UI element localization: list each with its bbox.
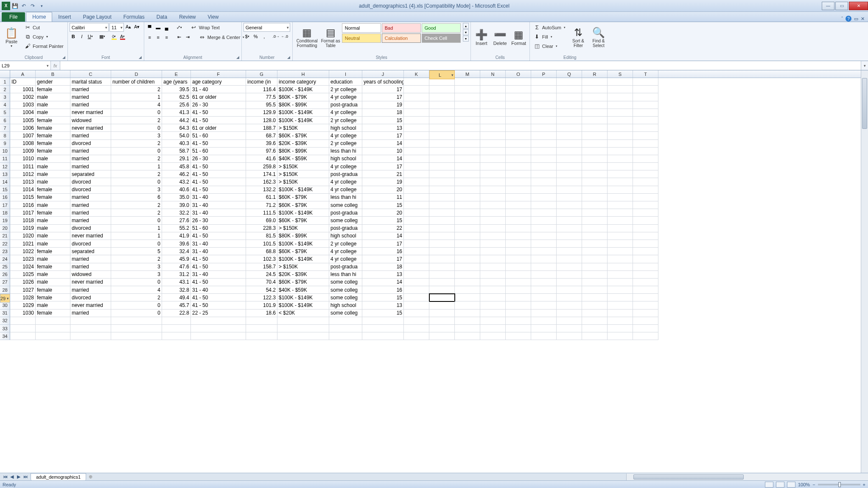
delete-cells-button[interactable]: ➖Delete [491,23,509,51]
style-normal[interactable]: Normal [342,23,381,33]
title-bar: X 💾 ↶ ↷ ▾ adult_demographics1 (4).xls [C… [0,0,868,12]
close-button[interactable]: ✕ [849,2,868,10]
align-middle-button[interactable]: ▬ [154,24,162,31]
merge-icon: ⇔ [199,34,206,40]
group-cells: ➕Insert ➖Delete ▦Format Cells [471,22,530,61]
paste-icon: 📋 [5,28,18,38]
font-launcher[interactable]: ◢ [138,55,143,60]
border-button[interactable]: ▦▾ [98,33,106,40]
align-top-button[interactable]: ▀ [146,24,154,31]
table-icon: ▤ [326,28,336,38]
alignment-launcher[interactable]: ◢ [235,55,241,60]
number-label: Number [244,54,291,61]
underline-button[interactable]: U▾ [87,33,94,40]
conditional-formatting-button[interactable]: ▦Conditional Formatting [294,23,320,51]
paste-button[interactable]: 📋 Paste ▾ [2,23,21,51]
decrease-font-button[interactable]: A▾ [133,23,141,31]
comma-button[interactable]: , [260,33,268,40]
save-button[interactable]: 💾 [11,2,19,10]
excel-icon: X [2,2,10,10]
bold-button[interactable]: B [70,33,77,40]
clipboard-launcher[interactable]: ◢ [62,55,67,60]
style-check-cell[interactable]: Check Cell [422,33,461,43]
formula-expand[interactable]: ▾ [861,61,868,70]
cut-button[interactable]: ✂Cut [22,23,66,32]
ribbon: 📋 Paste ▾ ✂Cut ⧉Copy▾ 🖌Format Painter Cl… [0,22,868,61]
align-bottom-button[interactable]: ▄ [163,24,171,31]
tab-insert[interactable]: Insert [52,12,77,22]
orientation-button[interactable]: ⤢▾ [176,24,183,31]
minimize-ribbon-icon[interactable]: ˆ [841,16,843,21]
minimize-button[interactable]: — [822,2,834,10]
fill-icon: ⬇ [534,33,540,40]
font-name-select[interactable]: Calibri [70,23,109,32]
font-color-button[interactable]: A▾ [119,33,126,40]
wrap-text-button[interactable]: ↩Wrap Text [188,23,222,32]
eraser-icon: ◫ [534,43,540,49]
format-as-table-button[interactable]: ▤Format as Table [321,23,341,51]
font-size-select[interactable]: 11 [109,23,124,32]
qat-customize[interactable]: ▾ [37,2,46,10]
redo-button[interactable]: ↷ [28,2,37,10]
group-clipboard: 📋 Paste ▾ ✂Cut ⧉Copy▾ 🖌Format Painter Cl… [0,22,68,61]
sort-filter-button[interactable]: ⇅Sort & Filter [568,23,588,51]
find-icon: 🔍 [592,28,605,38]
increase-indent-button[interactable]: ⇥ [184,33,192,41]
tab-file[interactable]: File [2,12,25,22]
sigma-icon: Σ [534,24,540,31]
copy-button[interactable]: ⧉Copy▾ [22,32,66,41]
group-number: General $▾ % , .0→ ←.0 Number ◢ [242,22,293,61]
workbook-close-icon[interactable]: ✕ [861,16,865,22]
wrap-icon: ↩ [190,24,197,31]
ribbon-tabs: File Home Insert Page Layout Formulas Da… [0,12,868,22]
undo-button[interactable]: ↶ [20,2,28,10]
style-calculation[interactable]: Calculation [382,33,421,43]
autosum-button[interactable]: ΣAutoSum▾ [532,23,568,32]
format-painter-button[interactable]: 🖌Format Painter [22,42,66,50]
window-title: adult_demographics1 (4).xls [Compatibili… [48,3,821,9]
decrease-decimal-button[interactable]: ←.0 [281,33,288,40]
align-left-button[interactable]: ≡ [146,33,154,41]
tab-formulas[interactable]: Formulas [118,12,151,22]
fill-button[interactable]: ⬇Fill▾ [532,32,568,41]
tab-view[interactable]: View [202,12,225,22]
style-bad[interactable]: Bad [382,23,421,33]
fill-color-button[interactable]: ◊▾ [110,33,118,40]
styles-label: Styles [294,54,469,61]
fx-area: fx [51,61,60,70]
increase-decimal-button[interactable]: .0→ [272,33,280,40]
increase-font-button[interactable]: A▴ [125,23,132,31]
insert-icon: ➕ [475,30,488,40]
tab-home[interactable]: Home [26,12,52,22]
painter-icon: 🖌 [24,43,31,49]
styles-more[interactable]: ▾ [463,36,469,42]
italic-button[interactable]: I [78,33,86,40]
accounting-button[interactable]: $▾ [244,33,251,40]
clear-button[interactable]: ◫Clear▾ [532,42,568,50]
align-center-button[interactable]: ≡ [154,33,162,41]
merge-center-button[interactable]: ⇔Merge & Center▾ [197,33,247,42]
formula-input[interactable] [60,61,861,70]
style-neutral[interactable]: Neutral [342,33,381,43]
find-select-button[interactable]: 🔍Find & Select [589,23,608,51]
number-format-select[interactable]: General [244,23,290,32]
name-box[interactable]: L29 [0,61,51,70]
number-launcher[interactable]: ◢ [286,55,291,60]
format-cells-button[interactable]: ▦Format [510,23,528,51]
maximize-button[interactable]: ▭ [835,2,848,10]
window-restore-icon[interactable]: ▭ [854,16,858,22]
align-right-button[interactable]: ≡ [163,33,171,41]
tab-review[interactable]: Review [173,12,202,22]
tab-page-layout[interactable]: Page Layout [77,12,117,22]
tab-data[interactable]: Data [151,12,173,22]
styles-scroll-up[interactable]: ▴ [463,23,469,29]
help-icon[interactable]: ? [846,16,851,22]
decrease-indent-button[interactable]: ⇤ [176,33,183,41]
delete-icon: ➖ [494,30,507,40]
style-good[interactable]: Good [422,23,461,33]
insert-cells-button[interactable]: ➕Insert [473,23,490,51]
percent-button[interactable]: % [252,33,260,40]
copy-icon: ⧉ [24,33,31,40]
fx-icon[interactable]: fx [53,63,57,68]
styles-scroll-down[interactable]: ▾ [463,29,469,35]
